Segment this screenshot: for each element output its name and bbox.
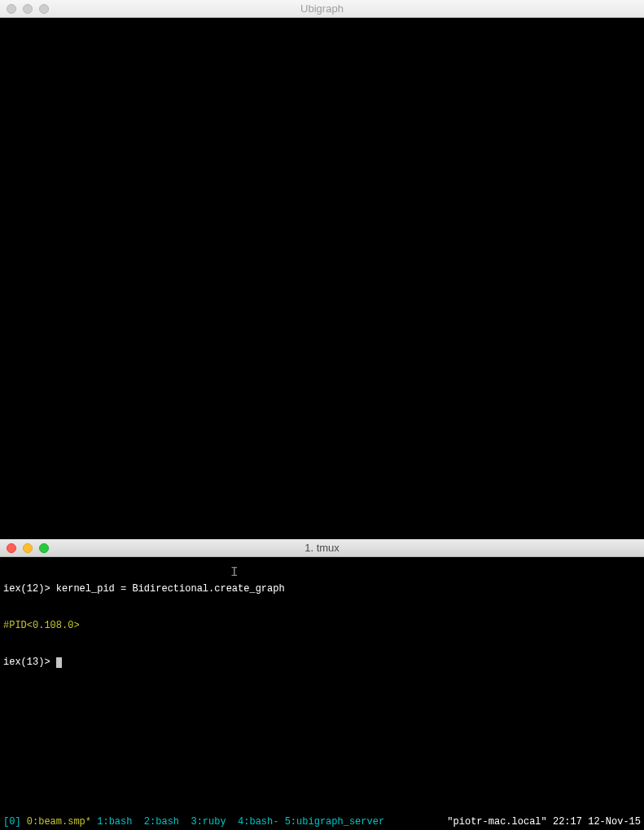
window-title-tmux: 1. tmux — [304, 542, 340, 554]
cursor-icon — [56, 657, 62, 668]
ubigraph-viewport[interactable] — [0, 18, 644, 539]
minimize-button[interactable] — [23, 543, 33, 553]
tmux-time: 22:17 — [547, 816, 588, 828]
terminal-line-1: iex(12)> kernel_pid = Bidirectional.crea… — [3, 583, 641, 595]
maximize-button[interactable] — [39, 543, 49, 553]
iex-command: kernel_pid = Bidirectional.create_graph — [56, 583, 285, 595]
minimize-button-inactive[interactable] — [23, 4, 33, 14]
terminal-content[interactable]: iex(12)> kernel_pid = Bidirectional.crea… — [0, 557, 644, 830]
terminal-line-2: #PID<0.108.0> — [3, 620, 641, 632]
title-bar-tmux[interactable]: 1. tmux — [0, 539, 644, 557]
iex-prompt-13: iex(13)> — [3, 657, 56, 668]
traffic-lights-ubigraph — [7, 4, 49, 14]
traffic-lights-tmux — [7, 543, 49, 553]
ubigraph-window: Ubigraph — [0, 0, 644, 539]
tmux-windows-list[interactable]: 1:bash 2:bash 3:ruby 4:bash- 5:ubigraph_… — [91, 816, 384, 828]
tmux-status-right: "piotr-mac.local" 22:17 12-Nov-15 — [447, 816, 641, 828]
tmux-window: 1. tmux iex(12)> kernel_pid = Bidirectio… — [0, 539, 644, 830]
close-button[interactable] — [7, 543, 16, 553]
maximize-button-inactive[interactable] — [39, 4, 49, 14]
title-bar-ubigraph[interactable]: Ubigraph — [0, 0, 644, 18]
window-title-ubigraph: Ubigraph — [300, 2, 344, 15]
tmux-status-bar: [0] 0:beam.smp* 1:bash 2:bash 3:ruby 4:b… — [0, 816, 644, 828]
close-button-inactive[interactable] — [7, 4, 16, 14]
terminal-line-3: iex(13)> — [3, 657, 641, 669]
text-cursor-icon: I — [230, 567, 239, 579]
tmux-date: 12-Nov-15 — [588, 816, 641, 828]
tmux-status-left: [0] 0:beam.smp* 1:bash 2:bash 3:ruby 4:b… — [3, 816, 384, 828]
iex-prompt-12: iex(12)> — [3, 583, 56, 595]
tmux-hostname: "piotr-mac.local" — [447, 816, 546, 828]
tmux-active-window[interactable]: 0:beam.smp* — [27, 816, 91, 828]
tmux-session-id: [0] — [3, 816, 27, 828]
